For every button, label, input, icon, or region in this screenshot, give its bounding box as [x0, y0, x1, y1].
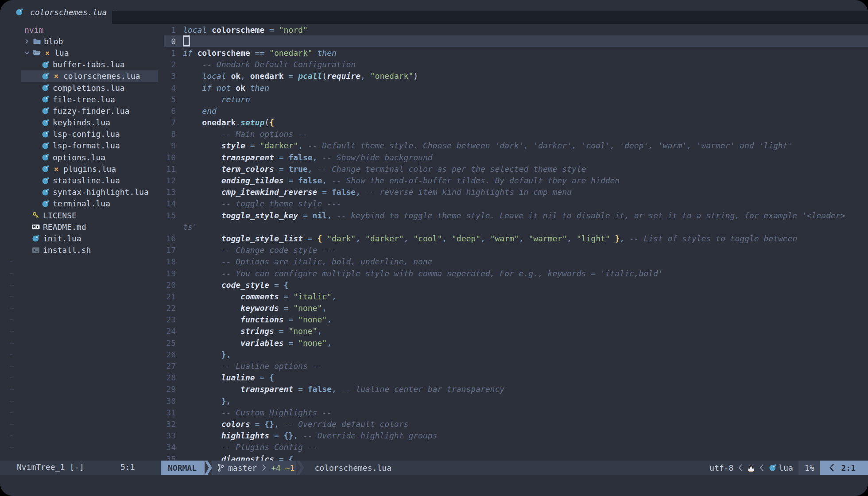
- tree-item-terminal-lua[interactable]: terminal.lua: [0, 198, 164, 209]
- tree-item-lua[interactable]: ×lua: [0, 47, 164, 58]
- code-text: code_style = {: [183, 280, 868, 290]
- code-line[interactable]: 16 toggle_style_list = { "dark", "darker…: [164, 232, 868, 244]
- tree-item-colorschemes-lua[interactable]: ×colorschemes.lua: [0, 70, 164, 82]
- code-line[interactable]: 21 comments = "italic",: [164, 291, 868, 302]
- tree-item-completions-lua[interactable]: completions.lua: [0, 82, 164, 93]
- tree-item-keybinds-lua[interactable]: keybinds.lua: [0, 117, 164, 128]
- code-text: highlights = {}, -- Override highlight g…: [183, 431, 868, 440]
- tree-item-lsp-format-lua[interactable]: lsp-format.lua: [0, 140, 164, 151]
- chevron-left-icon: [829, 463, 835, 473]
- code-text: keywords = "none",: [183, 303, 868, 313]
- code-text: ending_tildes = false, -- Show the end-o…: [183, 176, 868, 185]
- code-line[interactable]: 1local colorscheme = "nord": [164, 24, 868, 35]
- code-line[interactable]: 33 highlights = {}, -- Override highligh…: [164, 430, 868, 442]
- code-line[interactable]: 14 -- toggle theme style ---: [164, 198, 868, 209]
- git-changed-count: ~1: [285, 463, 295, 473]
- code-line[interactable]: ts': [164, 221, 868, 232]
- code-line[interactable]: 12 ending_tildes = false, -- Show the en…: [164, 174, 868, 186]
- empty-buffer-line: ~: [0, 314, 164, 326]
- code-text: -- You can configure multiple style with…: [183, 269, 868, 278]
- code-line[interactable]: 23 functions = "none",: [164, 314, 868, 326]
- code-line[interactable]: 25 variables = "none",: [164, 337, 868, 349]
- tree-item-label: lsp-format.lua: [53, 141, 120, 150]
- code-line[interactable]: 26 },: [164, 349, 868, 360]
- code-line[interactable]: 28 lualine = {: [164, 372, 868, 384]
- code-line[interactable]: 29 transparent = false, -- lualine cente…: [164, 384, 868, 395]
- tree-item-plugins-lua[interactable]: ×plugins.lua: [0, 163, 164, 174]
- code-line[interactable]: 19 -- You can configure multiple style w…: [164, 267, 868, 279]
- line-number: 31: [164, 408, 183, 417]
- tree-item-label: README.md: [43, 222, 86, 232]
- tab-colorschemes[interactable]: colorschemes.lua ×: [0, 0, 112, 24]
- tree-item-install-sh[interactable]: install.sh: [0, 244, 164, 256]
- chevron-down-icon[interactable]: [23, 50, 33, 56]
- line-number: 14: [164, 199, 183, 208]
- tree-item-syntax-highlight-lua[interactable]: syntax-highlight.lua: [0, 186, 164, 198]
- code-editor[interactable]: 1local colorscheme = "nord"01if colorsch…: [164, 24, 868, 461]
- code-line[interactable]: 17 -- Change code style ---: [164, 244, 868, 256]
- code-line[interactable]: 34 -- Plugins Config --: [164, 442, 868, 453]
- code-line[interactable]: 11 term_colors = true, -- Change termina…: [164, 163, 868, 174]
- tree-item-options-lua[interactable]: options.lua: [0, 151, 164, 163]
- line-number: 20: [164, 280, 183, 290]
- statusline: NvimTree_1 [-] 5:1 NORMAL master +4 ~1 c…: [0, 461, 868, 475]
- tree-item-license[interactable]: LICENSE: [0, 209, 164, 221]
- code-line[interactable]: 8 -- Main options --: [164, 128, 868, 140]
- code-line[interactable]: 9 style = "darker", -- Default theme sty…: [164, 140, 868, 151]
- lua-file-icon: [42, 95, 50, 103]
- empty-buffer-line: ~: [0, 256, 164, 267]
- code-line[interactable]: 7 onedark.setup({: [164, 117, 868, 128]
- code-line[interactable]: 3 local ok, onedark = pcall(require, "on…: [164, 70, 868, 82]
- code-text: transparent = false, -- lualine center b…: [183, 384, 868, 394]
- code-line-current[interactable]: 0: [164, 35, 868, 47]
- code-line[interactable]: 35 diagnostics = {: [164, 453, 868, 461]
- code-text: -- Options are italic, bold, underline, …: [183, 257, 868, 266]
- code-line[interactable]: 27 -- Lualine options --: [164, 360, 868, 372]
- modified-icon: ×: [53, 164, 60, 174]
- empty-buffer-line: ~: [0, 430, 164, 442]
- empty-buffer-line: ~: [0, 442, 164, 453]
- code-line[interactable]: 32 colors = {}, -- Override default colo…: [164, 418, 868, 430]
- filetype-label: lua: [779, 461, 793, 475]
- tree-item-label: lua: [54, 48, 69, 58]
- tree-item-statusline-lua[interactable]: statusline.lua: [0, 174, 164, 186]
- code-line[interactable]: 1if colorscheme == "onedark" then: [164, 47, 868, 58]
- tree-item-init-lua[interactable]: init.lua: [0, 232, 164, 244]
- code-line[interactable]: 2 -- Onedark Default Configuration: [164, 59, 868, 70]
- lua-file-icon: [42, 165, 50, 173]
- line-number: 30: [164, 396, 183, 406]
- command-line: [0, 475, 868, 496]
- line-number: 22: [164, 303, 183, 313]
- tree-item-blob[interactable]: blob: [0, 35, 164, 47]
- tree-item-lsp-config-lua[interactable]: lsp-config.lua: [0, 128, 164, 140]
- shell-icon: [32, 246, 40, 254]
- code-text: toggle_style_list = { "dark", "darker", …: [183, 234, 868, 243]
- code-line[interactable]: 4 if not ok then: [164, 82, 868, 93]
- chevron-left-icon: [738, 461, 743, 475]
- code-text: return: [183, 95, 868, 104]
- chevron-right-icon[interactable]: [23, 38, 33, 45]
- line-number: 1: [164, 25, 183, 35]
- code-line[interactable]: 22 keywords = "none",: [164, 302, 868, 314]
- code-line[interactable]: 5 return: [164, 93, 868, 105]
- code-text: -- Plugins Config --: [183, 442, 868, 452]
- tree-item-nvim[interactable]: nvim: [0, 24, 164, 35]
- tree-item-label: install.sh: [43, 245, 91, 255]
- scroll-percent: 1%: [798, 461, 821, 475]
- code-line[interactable]: 15 toggle_style_key = nil, -- keybind to…: [164, 209, 868, 221]
- code-line[interactable]: 10 transparent = false, -- Show/hide bac…: [164, 151, 868, 163]
- tree-item-file-tree-lua[interactable]: file-tree.lua: [0, 93, 164, 105]
- code-line[interactable]: 13 cmp_itemkind_reverse = false, -- reve…: [164, 186, 868, 198]
- code-line[interactable]: 20 code_style = {: [164, 279, 868, 291]
- tree-item-readme-md[interactable]: README.md: [0, 221, 164, 232]
- code-line[interactable]: 6 end: [164, 105, 868, 116]
- empty-buffer-line: ~: [0, 291, 164, 302]
- file-tree[interactable]: nvimblob×luabuffer-tabs.lua×colorschemes…: [0, 24, 164, 461]
- text-cursor: [183, 35, 190, 46]
- tree-item-fuzzy-finder-lua[interactable]: fuzzy-finder.lua: [0, 105, 164, 116]
- tree-item-buffer-tabs-lua[interactable]: buffer-tabs.lua: [0, 59, 164, 70]
- code-line[interactable]: 30 },: [164, 395, 868, 407]
- code-line[interactable]: 31 -- Custom Highlights --: [164, 407, 868, 418]
- code-line[interactable]: 24 strings = "none",: [164, 326, 868, 337]
- code-line[interactable]: 18 -- Options are italic, bold, underlin…: [164, 256, 868, 267]
